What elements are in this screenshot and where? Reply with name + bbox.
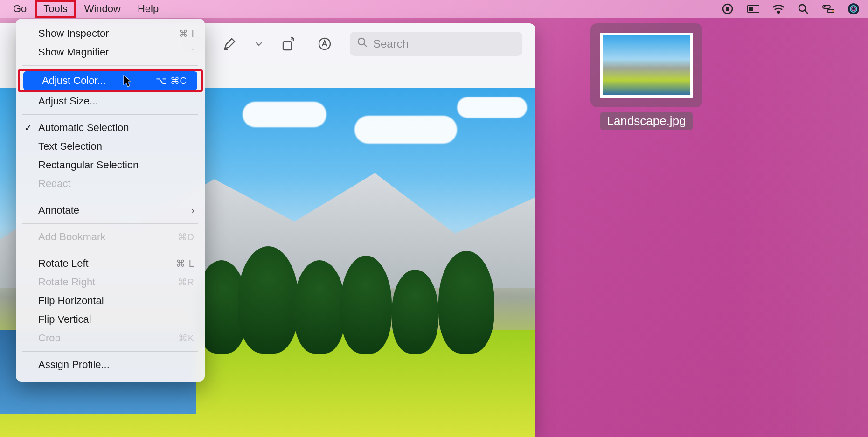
menu-shortcut: ⌘ I bbox=[179, 28, 194, 39]
menu-separator bbox=[22, 223, 198, 224]
menu-shortcut: ⌘R bbox=[178, 277, 194, 288]
search-input[interactable]: Search bbox=[350, 32, 522, 56]
menu-separator bbox=[22, 351, 198, 352]
menu-tools[interactable]: Tools bbox=[35, 0, 76, 18]
chevron-right-icon: › bbox=[191, 205, 194, 216]
markup-icon[interactable] bbox=[313, 33, 336, 55]
menu-item-label: Adjust Color... bbox=[42, 75, 106, 87]
file-name-label: Landscape.jpg bbox=[600, 112, 692, 130]
menu-item[interactable]: Flip Horizontal bbox=[16, 291, 205, 310]
menu-item-label: Rectangular Selection bbox=[38, 159, 139, 171]
menu-shortcut: ⌘D bbox=[178, 231, 194, 243]
screen-right-edge bbox=[725, 0, 868, 437]
menu-item[interactable]: Adjust Size... bbox=[16, 92, 205, 111]
menu-item: Add Bookmark⌘D bbox=[16, 228, 205, 246]
menu-separator bbox=[22, 197, 198, 197]
menu-item: Crop⌘K bbox=[16, 329, 205, 347]
menu-item-label: Text Selection bbox=[38, 140, 102, 153]
menu-item-label: Add Bookmark bbox=[38, 231, 105, 243]
menu-item[interactable]: Annotate› bbox=[16, 201, 205, 220]
check-icon: ✓ bbox=[24, 122, 32, 133]
svg-point-5 bbox=[358, 38, 365, 45]
menu-item[interactable]: Show Inspector⌘ I bbox=[16, 24, 205, 43]
svg-rect-8 bbox=[726, 7, 729, 11]
menu-item: Redact bbox=[16, 174, 205, 193]
menu-window[interactable]: Window bbox=[76, 1, 129, 17]
menu-item[interactable]: Assign Profile... bbox=[16, 355, 205, 374]
menu-item[interactable]: Text Selection bbox=[16, 137, 205, 156]
spotlight-icon[interactable] bbox=[797, 3, 809, 15]
menu-item[interactable]: Flip Vertical bbox=[16, 310, 205, 329]
menu-shortcut: ` bbox=[191, 47, 194, 58]
svg-line-6 bbox=[364, 44, 367, 47]
search-icon bbox=[357, 37, 368, 50]
menubar: Go Tools Window Help bbox=[0, 0, 868, 18]
svg-point-19 bbox=[848, 3, 859, 14]
battery-icon[interactable] bbox=[747, 3, 759, 15]
menubar-tray bbox=[722, 3, 868, 15]
menu-item-label: Adjust Size... bbox=[38, 95, 98, 107]
menu-shortcut: ⌘ L bbox=[176, 258, 194, 269]
menu-item-label: Crop bbox=[38, 332, 61, 344]
menu-item-label: Automatic Selection bbox=[38, 122, 129, 134]
svg-rect-3 bbox=[283, 42, 292, 50]
menu-item[interactable]: Show Magnifier` bbox=[16, 43, 205, 62]
menu-separator bbox=[22, 65, 198, 66]
menu-item-label: Annotate bbox=[38, 204, 79, 216]
menu-shortcut: ⌥ ⌘C bbox=[156, 75, 187, 86]
menu-item-label: Flip Vertical bbox=[38, 313, 91, 326]
menu-separator bbox=[22, 114, 198, 115]
menu-item-label: Rotate Left bbox=[38, 257, 89, 270]
siri-icon[interactable] bbox=[847, 3, 860, 15]
menu-item-label: Flip Horizontal bbox=[38, 295, 104, 307]
menu-item-label: Rotate Right bbox=[38, 276, 95, 288]
menu-help[interactable]: Help bbox=[129, 1, 167, 17]
svg-point-13 bbox=[799, 5, 806, 11]
highlight-box: Adjust Color...⌥ ⌘C bbox=[18, 69, 203, 92]
menu-separator bbox=[22, 250, 198, 250]
svg-point-12 bbox=[778, 11, 779, 13]
control-center-icon[interactable] bbox=[822, 3, 834, 15]
menu-shortcut: ⌘K bbox=[178, 333, 194, 344]
menu-item-label: Show Magnifier bbox=[38, 46, 109, 58]
desktop-file[interactable]: Landscape.jpg bbox=[588, 23, 705, 130]
svg-rect-11 bbox=[749, 7, 753, 11]
menu-item-label: Assign Profile... bbox=[38, 359, 110, 371]
svg-point-16 bbox=[824, 6, 826, 8]
menu-item[interactable]: Adjust Color...⌥ ⌘C bbox=[23, 71, 197, 90]
menu-item[interactable]: ✓Automatic Selection bbox=[16, 118, 205, 137]
svg-point-18 bbox=[832, 10, 834, 12]
menu-item-label: Redact bbox=[38, 178, 71, 190]
record-icon[interactable] bbox=[722, 3, 734, 15]
menu-item[interactable]: Rotate Left⌘ L bbox=[16, 254, 205, 273]
rotate-icon[interactable] bbox=[277, 33, 299, 55]
svg-line-14 bbox=[805, 10, 808, 14]
edit-icon[interactable] bbox=[218, 33, 241, 55]
search-placeholder: Search bbox=[373, 37, 409, 50]
menu-item: Rotate Right⌘R bbox=[16, 273, 205, 291]
edit-dropdown-icon[interactable] bbox=[255, 42, 263, 46]
tools-menu-dropdown: Show Inspector⌘ IShow Magnifier`Adjust C… bbox=[16, 19, 205, 382]
menu-item[interactable]: Rectangular Selection bbox=[16, 156, 205, 174]
file-thumbnail bbox=[590, 23, 702, 107]
menu-go[interactable]: Go bbox=[5, 1, 35, 17]
menu-item-label: Show Inspector bbox=[38, 28, 109, 40]
wifi-icon[interactable] bbox=[772, 3, 784, 15]
